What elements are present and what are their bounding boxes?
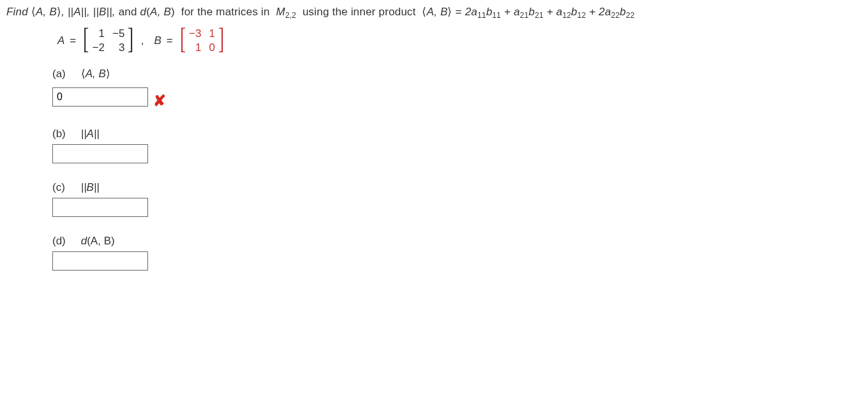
intro-2: using the inner product ⟨A, B⟩ = 2a — [299, 6, 477, 18]
matrix-B: [ −3 1 1 0 ] — [178, 26, 227, 56]
space-sub: 2,2 — [285, 11, 296, 20]
parts: (a) ⟨A, B⟩ ✘ (b) ||A|| (c) ||B|| (d) d(A… — [52, 67, 862, 271]
bracket-right-icon: ] — [218, 26, 224, 56]
problem-statement: Find ⟨A, B⟩, ||A||, ||B||, and d(A, B) f… — [6, 5, 862, 20]
part-d: (d) d(A, B) — [52, 235, 862, 271]
answer-input-c[interactable] — [52, 198, 148, 217]
answer-input-a[interactable] — [52, 87, 148, 107]
part-b-expr: ||A|| — [81, 128, 100, 140]
comma: , — [141, 34, 144, 47]
part-a: (a) ⟨A, B⟩ ✘ — [52, 67, 862, 110]
bracket-right-icon: ] — [128, 26, 133, 56]
matrix-B-label: B — [154, 34, 161, 47]
incorrect-icon: ✘ — [153, 92, 166, 110]
part-d-expr: d(A, B) — [81, 235, 115, 247]
equals: = — [70, 34, 76, 47]
part-a-expr: ⟨A, B⟩ — [81, 68, 110, 80]
matrices-row: A = [ 1 −5 −2 3 ] , B = [ −3 1 1 0 ] — [57, 26, 862, 56]
part-c-label: (c) — [52, 181, 78, 194]
part-b-label: (b) — [52, 128, 78, 140]
matrix-A: [ 1 −5 −2 3 ] — [81, 26, 135, 56]
matrix-A-label: A — [57, 34, 64, 47]
bracket-left-icon: [ — [180, 26, 186, 56]
part-a-label: (a) — [52, 68, 78, 80]
part-c-expr: ||B|| — [81, 181, 100, 193]
bracket-left-icon: [ — [83, 26, 89, 56]
part-d-label: (d) — [52, 235, 78, 248]
answer-input-d[interactable] — [52, 251, 148, 271]
part-b: (b) ||A|| — [52, 128, 862, 163]
equals: = — [167, 34, 173, 47]
answer-input-b[interactable] — [52, 144, 148, 163]
part-c: (c) ||B|| — [52, 181, 862, 217]
intro-1: Find ⟨A, B⟩, ||A||, ||B||, and d(A, B) f… — [6, 6, 285, 18]
